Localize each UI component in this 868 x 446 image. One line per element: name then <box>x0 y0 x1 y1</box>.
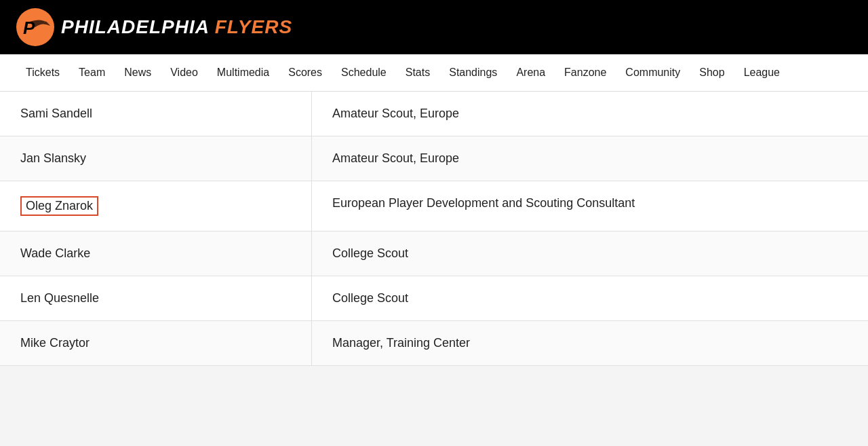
staff-name-cell: Jan Slansky <box>0 136 312 181</box>
nav-item-arena[interactable]: Arena <box>507 54 555 92</box>
flyers-logo-icon: P <box>16 8 54 46</box>
nav-item-scores[interactable]: Scores <box>279 54 332 92</box>
staff-role-cell: College Scout <box>312 276 868 320</box>
table-row: Mike CraytorManager, Training Center <box>0 321 868 366</box>
staff-name-cell: Len Quesnelle <box>0 276 312 320</box>
staff-name-cell: Wade Clarke <box>0 231 312 276</box>
staff-table: Sami SandellAmateur Scout, EuropeJan Sla… <box>0 92 868 366</box>
nav-item-league[interactable]: League <box>734 54 789 92</box>
nav-item-stats[interactable]: Stats <box>396 54 439 92</box>
site-header: P PHILADELPHIA FLYERS <box>0 0 868 54</box>
nav-item-schedule[interactable]: Schedule <box>332 54 396 92</box>
table-row: Jan SlanskyAmateur Scout, Europe <box>0 136 868 181</box>
nav-item-multimedia[interactable]: Multimedia <box>208 54 279 92</box>
logo-flyers: FLYERS <box>215 16 292 38</box>
staff-name-cell: Sami Sandell <box>0 92 312 136</box>
table-row: Sami SandellAmateur Scout, Europe <box>0 92 868 136</box>
nav-item-shop[interactable]: Shop <box>690 54 734 92</box>
nav-item-standings[interactable]: Standings <box>439 54 507 92</box>
logo-philadelphia: PHILADELPHIA <box>61 16 210 38</box>
staff-name-cell: Oleg Znarok <box>0 181 312 231</box>
main-nav: TicketsTeamNewsVideoMultimediaScoresSche… <box>0 54 868 92</box>
table-row: Len QuesnelleCollege Scout <box>0 276 868 321</box>
table-row: Wade ClarkeCollege Scout <box>0 231 868 276</box>
page-content: Sami SandellAmateur Scout, EuropeJan Sla… <box>0 92 868 366</box>
staff-role-cell: Manager, Training Center <box>312 321 868 365</box>
staff-name-cell: Mike Craytor <box>0 321 312 365</box>
highlighted-staff-name: Oleg Znarok <box>20 196 98 216</box>
logo-text: PHILADELPHIA FLYERS <box>61 16 292 38</box>
table-row: Oleg ZnarokEuropean Player Development a… <box>0 181 868 231</box>
logo[interactable]: P PHILADELPHIA FLYERS <box>16 8 292 46</box>
nav-item-news[interactable]: News <box>115 54 161 92</box>
nav-item-community[interactable]: Community <box>616 54 690 92</box>
nav-item-team[interactable]: Team <box>69 54 115 92</box>
staff-role-cell: Amateur Scout, Europe <box>312 136 868 181</box>
staff-role-cell: Amateur Scout, Europe <box>312 92 868 136</box>
staff-role-cell: European Player Development and Scouting… <box>312 181 868 231</box>
nav-item-fanzone[interactable]: Fanzone <box>555 54 616 92</box>
nav-item-video[interactable]: Video <box>161 54 208 92</box>
nav-item-tickets[interactable]: Tickets <box>16 54 69 92</box>
staff-role-cell: College Scout <box>312 231 868 276</box>
